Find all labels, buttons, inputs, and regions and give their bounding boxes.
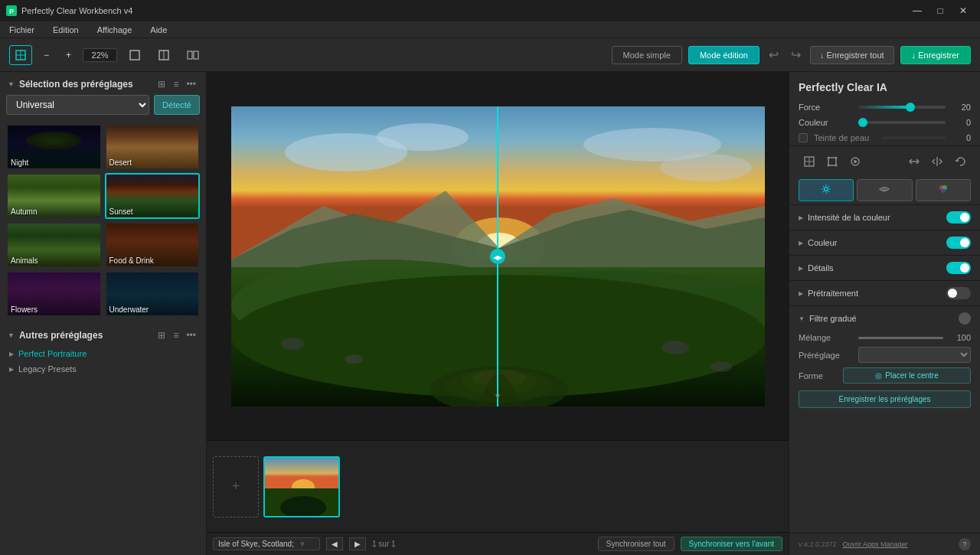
zoom-input[interactable]: 22% (83, 48, 117, 62)
preset-item-night[interactable]: Night (6, 124, 102, 170)
preglage-label: Préréglage (799, 351, 852, 360)
perfect-portraiture-item[interactable]: ▶ Perfect Portraiture (0, 346, 206, 361)
crop-tool-button[interactable] (9, 45, 32, 65)
tab-icon-transform[interactable] (822, 152, 843, 173)
save-all-button[interactable]: ↓ Enregistrer tout (810, 46, 894, 64)
preglage-dropdown[interactable] (858, 347, 971, 363)
preset-item-autumn[interactable]: Autumn (6, 173, 102, 219)
help-button[interactable]: ? (959, 538, 971, 550)
undo-button[interactable]: ↩ (766, 44, 782, 65)
toolbar: − + 22% Mode simple Mode édition ↩ ↪ ↓ E… (0, 38, 980, 72)
section-header-icons: ⊞ ≡ ••• (155, 78, 198, 90)
other-presets-title: Autres préréglages (19, 330, 151, 341)
tab-icon-flip[interactable] (926, 152, 948, 173)
ouvrir-apps-button[interactable]: Ouvrir Apps Manager (843, 540, 908, 548)
more-options-button[interactable]: ••• (184, 78, 198, 90)
other-more-options-button[interactable]: ••• (184, 329, 198, 341)
preset-item-underwater[interactable]: Underwater (105, 271, 201, 317)
other-presets-header[interactable]: ▼ Autres préréglages ⊞ ≡ ••• (0, 323, 206, 346)
preset-label-sunset: Sunset (109, 207, 133, 216)
melange-slider[interactable] (858, 337, 943, 339)
intensite-arrow-icon: ▶ (799, 214, 803, 221)
menu-edition[interactable]: Edition (50, 24, 82, 36)
menu-fichier[interactable]: Fichier (6, 24, 38, 36)
reset-icon (954, 155, 966, 168)
pretraitement-section[interactable]: ▶ Prétraitement (789, 280, 980, 305)
view-dual-button[interactable] (181, 45, 204, 65)
pretraitement-label: Prétraitement (808, 289, 946, 298)
subtab-eye[interactable] (857, 179, 912, 201)
view-split-button[interactable] (152, 45, 175, 65)
collapse-arrow-icon[interactable]: ▼ (494, 392, 501, 400)
close-button[interactable]: ✕ (952, 3, 974, 18)
enregistrer-presets-button[interactable]: Enregistrer les préréglages (799, 390, 971, 408)
preset-item-flowers[interactable]: Flowers (6, 271, 102, 317)
presets-section-header[interactable]: ▼ Sélection des préréglages ⊞ ≡ ••• (0, 72, 206, 95)
mode-edition-button[interactable]: Mode édition (688, 46, 760, 64)
preset-label-desert: Desert (109, 158, 132, 167)
left-panel: ▼ Sélection des préréglages ⊞ ≡ ••• Univ… (0, 72, 207, 555)
page-info: 1 sur 1 (372, 540, 396, 548)
details-arrow-icon: ▶ (799, 265, 803, 272)
preset-item-sunset[interactable]: Sunset (105, 173, 201, 219)
tab-icon-reset[interactable] (949, 152, 971, 173)
details-toggle[interactable] (946, 262, 971, 274)
pretraitement-toggle[interactable] (946, 287, 971, 299)
next-image-button[interactable]: ▶ (349, 537, 366, 550)
couleur-section-arrow-icon: ▶ (799, 240, 803, 246)
subtab-color[interactable] (916, 179, 971, 201)
tab-icon-compare[interactable] (903, 152, 925, 173)
teinte-checkbox[interactable] (799, 133, 808, 142)
couleur-slider-row: Couleur 0 (789, 115, 980, 130)
bottom-bar: Isle of Skye, Scotland; ▼ ◀ ▶ 1 sur 1 Sy… (207, 532, 789, 555)
enhance-icon (849, 155, 861, 168)
view-single-button[interactable] (123, 45, 146, 65)
portraiture-arrow-icon: ▶ (9, 351, 14, 357)
detect-button[interactable]: Détecté (154, 95, 200, 115)
preset-dropdown[interactable]: Universal (6, 95, 149, 115)
center-area: ◀▶ ▼ + (207, 72, 789, 555)
mode-simple-button[interactable]: Mode simple (612, 46, 682, 64)
maximize-button[interactable]: □ (929, 3, 951, 18)
filtre-header[interactable]: ▼ Filtre gradué (789, 306, 980, 331)
tab-icon-crop[interactable] (799, 152, 820, 173)
menu-aide[interactable]: Aide (147, 24, 170, 36)
zoom-out-button[interactable]: − (38, 46, 54, 64)
preset-item-food[interactable]: Food & Drink (105, 222, 201, 268)
prev-image-button[interactable]: ◀ (326, 537, 343, 550)
filmstrip-thumbnail[interactable] (263, 456, 340, 517)
add-image-button[interactable]: + (213, 456, 259, 517)
preset-item-animals[interactable]: Animals (6, 222, 102, 268)
filtre-toggle-dot[interactable] (959, 312, 971, 325)
details-section[interactable]: ▶ Détails (789, 255, 980, 280)
minimize-button[interactable]: — (906, 3, 928, 18)
zoom-in-button[interactable]: + (60, 46, 77, 64)
couleur-section[interactable]: ▶ Couleur (789, 230, 980, 255)
tab-icon-enhance[interactable] (844, 152, 866, 173)
menu-affichage[interactable]: Affichage (94, 24, 136, 36)
save-button[interactable]: ↓ Enregistrer (900, 46, 971, 64)
window-controls: — □ ✕ (906, 3, 974, 18)
list-view-button[interactable]: ≡ (171, 78, 181, 90)
force-slider[interactable] (858, 106, 946, 109)
legacy-presets-item[interactable]: ▶ Legacy Presets (0, 361, 206, 377)
force-label: Force (799, 103, 852, 112)
placer-centre-button[interactable]: ◎ Placer le centre (843, 367, 971, 384)
grid-view-button[interactable]: ⊞ (155, 78, 168, 90)
subtab-settings[interactable] (799, 179, 854, 201)
couleur-toggle[interactable] (946, 237, 971, 249)
settings-icon (821, 184, 831, 194)
svg-point-51 (825, 188, 828, 191)
preset-item-desert[interactable]: Desert (105, 124, 201, 170)
redo-button[interactable]: ↪ (788, 44, 804, 65)
sync-all-button[interactable]: Synchroniser tout (598, 537, 675, 551)
svg-point-23 (281, 338, 304, 350)
other-presets-chevron-icon: ▼ (8, 331, 15, 339)
intensite-toggle[interactable] (946, 211, 971, 224)
other-grid-view-button[interactable]: ⊞ (155, 329, 168, 341)
couleur-slider[interactable] (858, 121, 946, 124)
sync-forward-button[interactable]: Synchroniser vers l'avant (681, 537, 782, 551)
intensite-section[interactable]: ▶ Intensité de la couleur (789, 204, 980, 230)
other-list-view-button[interactable]: ≡ (171, 329, 181, 341)
image-viewport[interactable]: ◀▶ ▼ (207, 72, 789, 440)
